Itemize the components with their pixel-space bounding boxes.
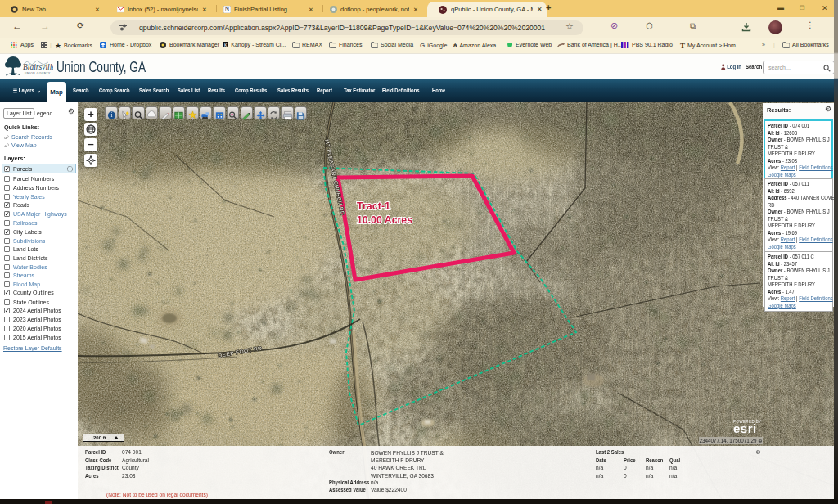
svg-text:N: N	[225, 6, 230, 13]
svg-text:Blairsville: Blairsville	[23, 63, 53, 71]
svg-text:10.00 Acres: 10.00 Acres	[357, 214, 412, 226]
svg-text:Tract-1: Tract-1	[357, 200, 390, 212]
svg-text:UNION COUNTY: UNION COUNTY	[25, 72, 51, 75]
svg-text:i: i	[110, 111, 112, 119]
